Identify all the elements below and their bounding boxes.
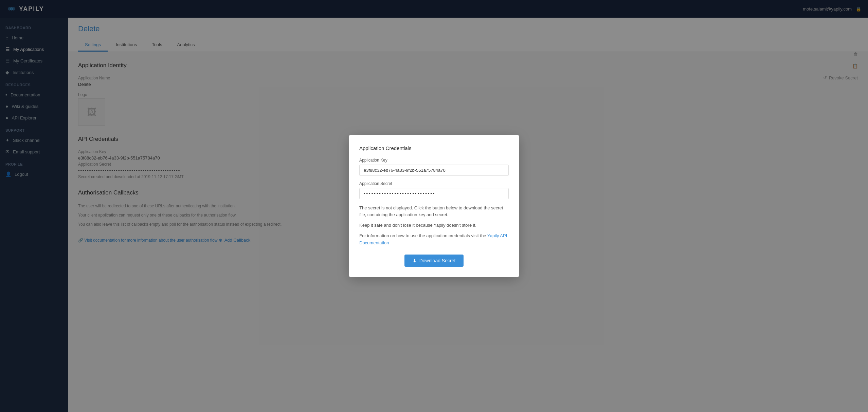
download-secret-button[interactable]: ⬇ Download Secret <box>404 255 464 267</box>
modal-info-1: The secret is not displayed. Click the b… <box>359 205 509 219</box>
modal-key-input[interactable] <box>359 165 509 176</box>
modal-info-2: Keep it safe and don't lose it because Y… <box>359 222 509 229</box>
modal: Application Credentials Application Key … <box>349 135 519 277</box>
download-btn-label: Download Secret <box>419 258 456 263</box>
modal-secret-label: Application Secret <box>359 181 509 186</box>
modal-secret-input[interactable] <box>359 188 509 199</box>
modal-actions: ⬇ Download Secret <box>359 255 509 267</box>
modal-info-3: For information on how to use the applic… <box>359 232 509 247</box>
modal-overlay[interactable]: Application Credentials Application Key … <box>0 0 868 412</box>
modal-info-3-text: For information on how to use the applic… <box>359 233 487 238</box>
download-icon: ⬇ <box>413 258 417 263</box>
modal-key-label: Application Key <box>359 158 509 163</box>
modal-title: Application Credentials <box>359 145 509 151</box>
